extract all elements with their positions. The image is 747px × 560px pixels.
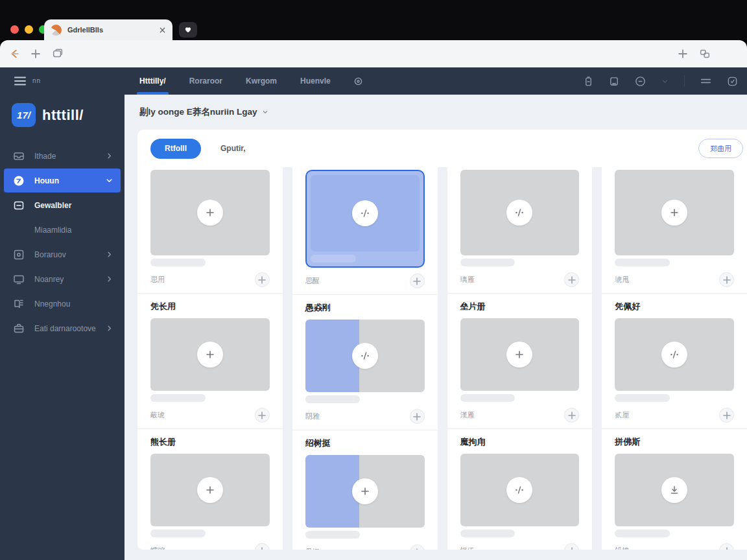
card-thumbnail[interactable] [305, 455, 425, 539]
add-button[interactable] [410, 409, 425, 424]
skeleton-bar [460, 259, 516, 266]
nav-circle-icon[interactable] [354, 77, 362, 86]
skeleton-bar [615, 530, 670, 537]
sidebar-item-label: Nnegnhou [34, 299, 113, 309]
add-button[interactable] [255, 272, 270, 287]
code-icon [360, 351, 370, 361]
back-button[interactable] [9, 48, 21, 60]
thumb-action-button[interactable] [197, 477, 223, 503]
thumb-action-button[interactable] [506, 342, 532, 368]
main-content: 剔ly oonge E莽名nuriin Lgay Rtfolll Gputir,… [124, 95, 747, 560]
plus-icon [722, 546, 732, 550]
thumb-action-button[interactable] [352, 478, 378, 504]
sidebar-logo[interactable]: 17/ htttill/ [0, 95, 124, 136]
nav-item-3[interactable]: Huenvle [300, 67, 331, 95]
card-thumbnail[interactable] [615, 170, 734, 266]
sidebar-item-6[interactable]: Nnegnhou [4, 292, 121, 316]
thumb-action-button[interactable] [197, 200, 223, 226]
nav-item-1[interactable]: Roraroor [189, 67, 222, 95]
card-thumbnail[interactable] [150, 318, 270, 402]
app-page: nn Htttilly/RoraroorKwrgomHuenvle 17/ ht… [0, 67, 747, 560]
thumb-action-button[interactable] [661, 200, 687, 226]
battery-icon[interactable] [584, 76, 593, 87]
card-thumbnail[interactable] [460, 170, 580, 266]
box-a-icon [13, 249, 25, 261]
card-thumbnail[interactable] [615, 454, 734, 537]
card-section-3-1: 凭佩好 贰厘 [615, 301, 734, 429]
sidebar-item-5[interactable]: Noanrey [4, 267, 121, 291]
card-thumbnail[interactable] [150, 170, 270, 266]
card-thumbnail[interactable] [460, 318, 580, 402]
browser-extension-button[interactable] [179, 22, 197, 38]
add-button[interactable] [564, 408, 579, 423]
thumb-action-button[interactable] [506, 200, 532, 226]
skeleton-bar [311, 255, 356, 262]
card-thumbnail[interactable] [460, 454, 580, 537]
hamburger-menu-icon[interactable] [14, 76, 26, 86]
bookmark-icon[interactable] [609, 76, 619, 87]
squircle-icon[interactable] [727, 76, 738, 87]
card-section-2-2: 魔拘甪 铛伍 [460, 436, 580, 550]
sidebar-item-7[interactable]: Eati darnarootove [4, 316, 121, 340]
image-placeholder [150, 454, 270, 526]
card-label: 漢雁 [460, 410, 475, 420]
monitor-icon [13, 274, 25, 285]
close-window-button[interactable] [10, 25, 19, 34]
extensions-button[interactable] [699, 48, 711, 60]
browser-titlebar: GdrlellBlls [0, 0, 747, 40]
skeleton-bar [460, 394, 516, 402]
card-thumbnail[interactable] [305, 170, 425, 268]
card-label: 母细 [305, 547, 320, 550]
add-button[interactable] [719, 272, 734, 287]
sidebar-item-3[interactable]: Miaamlidia [4, 218, 121, 242]
nav-item-0[interactable]: Htttilly/ [139, 67, 166, 95]
sidebar-item-2[interactable]: Gewalbler [4, 193, 121, 217]
sidebar-item-1[interactable]: Houun [4, 169, 121, 192]
code-icon [669, 349, 680, 360]
new-tab-button[interactable] [30, 48, 42, 60]
add-button[interactable] [410, 274, 425, 288]
card-thumbnail[interactable] [615, 318, 734, 402]
sidebar-item-4[interactable]: Boraruov [4, 242, 121, 266]
app-logo-icon: 17/ [12, 103, 36, 127]
downloads-button[interactable] [677, 48, 689, 60]
dim-chevron-icon[interactable] [661, 78, 669, 85]
thumb-action-button[interactable] [661, 477, 687, 503]
add-button[interactable] [719, 408, 734, 423]
breadcrumb[interactable]: 剔ly oonge E莽名nuriin Lgay [124, 95, 747, 130]
card-section-0-2: 熊长册 蠕镕 [150, 436, 270, 550]
minimize-window-button[interactable] [25, 25, 33, 34]
card-thumbnail[interactable] [305, 320, 425, 403]
add-button[interactable] [719, 543, 734, 550]
tab-close-icon[interactable] [159, 27, 166, 34]
card-column-1: 思醒 愚猋刚 阴雅 绍树挺 [292, 167, 438, 550]
thumb-action-button[interactable] [506, 477, 532, 503]
disc-icon[interactable] [635, 76, 646, 87]
add-button[interactable] [410, 544, 425, 550]
thumb-action-button[interactable] [352, 200, 378, 226]
thumb-action-button[interactable] [661, 342, 687, 368]
sidebar-item-0[interactable]: Ithade [4, 144, 121, 168]
plus-icon [722, 410, 732, 421]
card-label: 铅橡 [615, 546, 629, 550]
thumb-action-button[interactable] [197, 342, 223, 368]
add-button[interactable] [255, 543, 270, 550]
nav-item-2[interactable]: Kwrgom [246, 67, 277, 95]
image-placeholder [460, 318, 580, 391]
action-button[interactable]: 郑曲用 [698, 139, 743, 158]
card-thumbnail[interactable] [150, 454, 270, 537]
tab-overview-button[interactable] [52, 48, 64, 60]
code-icon [514, 485, 525, 495]
equals-icon[interactable] [700, 76, 711, 86]
thumb-action-button[interactable] [352, 343, 378, 369]
secondary-filter-button[interactable]: Gputir, [220, 144, 246, 153]
browser-tab[interactable]: GdrlellBlls [44, 19, 172, 40]
add-button[interactable] [255, 408, 270, 423]
image-placeholder [150, 318, 270, 391]
add-button[interactable] [564, 543, 579, 550]
primary-filter-button[interactable]: Rtfolll [150, 139, 201, 159]
briefcase-icon [13, 323, 25, 334]
add-button[interactable] [564, 272, 579, 287]
chevron-down-icon[interactable] [262, 109, 268, 115]
section-title: 垒片册 [460, 301, 580, 312]
